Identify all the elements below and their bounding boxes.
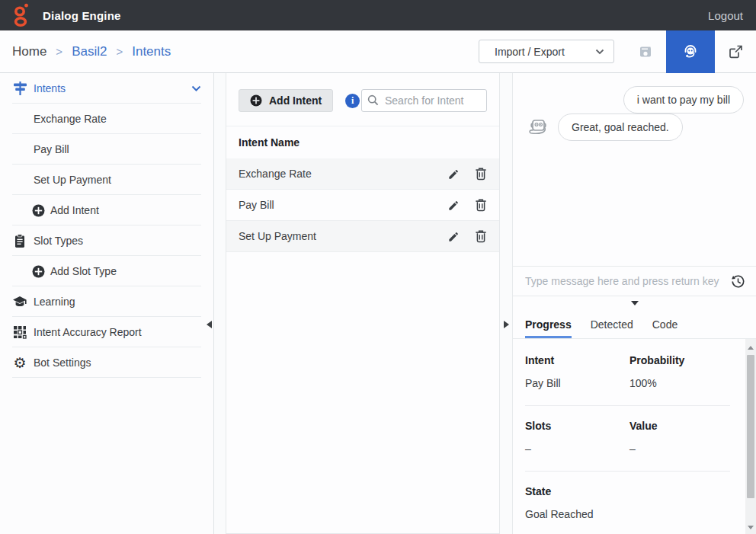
publish-button[interactable]: [715, 30, 756, 73]
intents-panel-region: Add Intent i Intent Name Exchange Rate: [214, 73, 512, 534]
row-actions: [447, 229, 487, 243]
intent-row-exchange-rate[interactable]: Exchange Rate: [226, 158, 499, 190]
collapse-inspector-handle[interactable]: [513, 296, 756, 310]
sidebar-item-label: Intent Accuracy Report: [34, 326, 142, 338]
state-label: State: [525, 485, 730, 497]
tab-detected[interactable]: Detected: [591, 310, 633, 338]
intent-row-set-up-payment[interactable]: Set Up Payment: [226, 221, 499, 252]
import-export-dropdown[interactable]: Import / Export: [479, 40, 614, 63]
progress-details: Intent Probability Pay Bill 100% Slots V…: [513, 339, 756, 534]
tab-progress[interactable]: Progress: [525, 310, 572, 338]
matrix-grid-icon: [12, 325, 27, 339]
brand-logo: [0, 3, 43, 27]
edit-pencil-icon[interactable]: [447, 230, 460, 243]
sidebar-add-slot-type[interactable]: Add Slot Type: [0, 256, 213, 286]
tab-code[interactable]: Code: [652, 310, 678, 338]
sidebar-nav: Intents Exchange Rate Pay Bill Set Up Pa…: [0, 73, 214, 534]
info-icon[interactable]: i: [345, 94, 360, 108]
sidebar-item-label: Learning: [34, 296, 75, 308]
intents-toolbar: Add Intent i: [226, 73, 499, 124]
plus-circle-icon: [250, 94, 262, 107]
gear-icon: ⚙: [12, 356, 27, 370]
collapse-sidebar-handle[interactable]: [207, 321, 212, 328]
logout-button[interactable]: Logout: [695, 9, 756, 22]
scroll-down-arrow-icon[interactable]: [748, 526, 754, 529]
sidebar-item-intents[interactable]: Intents: [0, 73, 213, 104]
history-restore-button[interactable]: [731, 274, 745, 289]
edit-pencil-icon[interactable]: [447, 168, 460, 181]
graduation-cap-icon: [12, 296, 27, 309]
sidebar-item-slot-types[interactable]: Slot Types: [0, 225, 213, 256]
breadcrumb-section[interactable]: Intents: [132, 44, 171, 59]
sidebar-item-label: Add Slot Type: [50, 265, 117, 277]
top-bar: Dialog Engine Logout: [0, 0, 756, 30]
breadcrumb: Home > Basil2 > Intents: [12, 44, 171, 59]
scrollbar-thumb[interactable]: [747, 355, 754, 498]
intent-value: Pay Bill: [525, 377, 629, 389]
history-clock-icon: [731, 274, 745, 289]
save-button[interactable]: [625, 30, 666, 73]
intent-name: Exchange Rate: [239, 168, 447, 180]
action-bar: Import / Export: [479, 30, 756, 72]
sidebar-item-intent-accuracy-report[interactable]: Intent Accuracy Report: [0, 317, 213, 347]
triangle-down-icon: [631, 301, 639, 305]
expand-tryout-handle[interactable]: [504, 321, 509, 328]
sidebar-item-exchange-rate[interactable]: Exchange Rate: [0, 104, 213, 134]
intent-name: Set Up Payment: [239, 230, 447, 242]
publish-icon: [727, 43, 744, 60]
delete-trash-icon[interactable]: [475, 229, 487, 243]
value-label: Value: [629, 420, 730, 432]
save-icon: [638, 44, 653, 59]
logo-icon: [13, 3, 30, 27]
bot-chat-bubble: Great, goal reached.: [558, 114, 683, 141]
slots-value: –: [525, 443, 629, 455]
intent-probability-section: Intent Probability Pay Bill 100%: [525, 341, 730, 406]
chat-message-input[interactable]: [525, 275, 731, 287]
chevron-down-icon[interactable]: [191, 82, 201, 94]
sidebar-item-pay-bill[interactable]: Pay Bill: [0, 134, 213, 165]
slots-value-section: Slots Value – –: [525, 406, 730, 472]
scroll-up-arrow-icon[interactable]: [748, 346, 754, 350]
clipboard-icon: [12, 234, 27, 248]
row-actions: [447, 167, 487, 181]
sidebar-add-intent[interactable]: Add Intent: [0, 195, 213, 225]
value-value: –: [629, 443, 730, 455]
intent-name: Pay Bill: [239, 199, 447, 211]
details-scrollbar[interactable]: [745, 339, 756, 534]
tryout-panel: i want to pay my bill Great, goal reache…: [512, 73, 756, 534]
try-bot-icon: [681, 43, 700, 61]
sidebar-item-label: Bot Settings: [34, 357, 91, 369]
plus-circle-icon: [30, 265, 46, 278]
breadcrumb-bar: Home > Basil2 > Intents Import / Export: [0, 30, 756, 73]
probability-label: Probability: [629, 354, 730, 366]
try-bot-button[interactable]: [666, 30, 715, 73]
probability-value: 100%: [629, 377, 730, 389]
user-chat-bubble: i want to pay my bill: [623, 86, 744, 114]
plus-circle-icon: [30, 204, 46, 217]
intent-search: [361, 89, 487, 112]
delete-trash-icon[interactable]: [475, 167, 487, 181]
breadcrumb-separator: >: [56, 45, 62, 58]
sidebar-item-learning[interactable]: Learning: [0, 286, 213, 317]
app-title: Dialog Engine: [43, 9, 121, 22]
breadcrumb-project[interactable]: Basil2: [72, 44, 107, 59]
sidebar-item-bot-settings[interactable]: ⚙ Bot Settings: [0, 347, 213, 378]
delete-trash-icon[interactable]: [475, 198, 487, 212]
breadcrumb-home[interactable]: Home: [12, 44, 46, 59]
sidebar-item-label: Slot Types: [34, 235, 83, 247]
edit-pencil-icon[interactable]: [447, 199, 460, 212]
intent-name-column-header: Intent Name: [226, 126, 499, 158]
chevron-down-icon: [595, 49, 604, 55]
slots-label: Slots: [525, 420, 629, 432]
chat-input-row: [513, 266, 756, 296]
sidebar-item-label: Exchange Rate: [34, 113, 107, 125]
add-intent-button[interactable]: Add Intent: [239, 89, 333, 112]
sidebar-item-set-up-payment[interactable]: Set Up Payment: [0, 165, 213, 195]
sidebar-item-label: Set Up Payment: [34, 174, 111, 186]
intents-card: Add Intent i Intent Name Exchange Rate: [226, 73, 500, 534]
dialog-engine-app: Dialog Engine Logout Home > Basil2 > Int…: [0, 0, 756, 534]
search-intent-input[interactable]: [361, 89, 487, 112]
row-actions: [447, 198, 487, 212]
intent-row-pay-bill[interactable]: Pay Bill: [226, 190, 499, 221]
chat-transcript: i want to pay my bill Great, goal reache…: [513, 73, 756, 266]
